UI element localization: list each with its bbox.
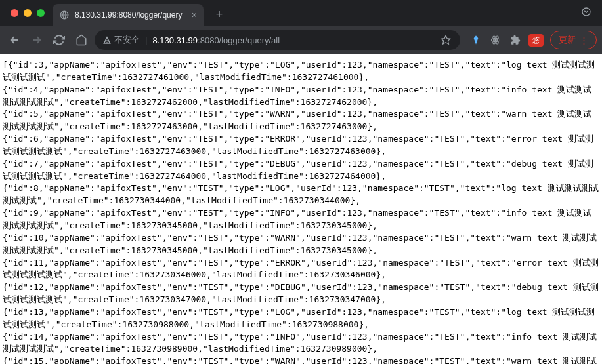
- insecure-icon: 不安全: [102, 34, 140, 46]
- url-text: 8.130.31.99:8080/logger/query/all: [152, 35, 280, 45]
- address-bar[interactable]: 不安全 | 8.130.31.99:8080/logger/query/all: [95, 30, 460, 50]
- update-button[interactable]: 更新 ⋮: [550, 31, 597, 49]
- back-button[interactable]: [5, 31, 24, 49]
- diamond-icon[interactable]: [469, 33, 483, 47]
- react-devtools-icon[interactable]: [489, 33, 502, 47]
- svg-marker-2: [441, 35, 450, 44]
- browser-chrome: 8.130.31.99:8080/logger/query × + 不安全 |: [0, 0, 602, 54]
- svg-point-1: [582, 8, 590, 16]
- forward-button[interactable]: [28, 31, 46, 49]
- minimize-window-button[interactable]: [24, 9, 32, 17]
- close-window-button[interactable]: [11, 9, 18, 17]
- star-icon[interactable]: [439, 33, 452, 47]
- home-button[interactable]: [72, 31, 91, 49]
- page-content: [{"id":3,"appName":"apifoxTest","env":"T…: [0, 54, 602, 364]
- more-icon: ⋮: [580, 35, 588, 45]
- tab-bar: 8.130.31.99:8080/logger/query × +: [0, 0, 602, 26]
- new-tab-button[interactable]: +: [210, 5, 228, 24]
- extensions-icon[interactable]: [509, 33, 522, 47]
- reload-button[interactable]: [50, 31, 68, 49]
- window-controls: [11, 9, 45, 17]
- globe-icon: [59, 10, 70, 20]
- insecure-label: 不安全: [114, 34, 140, 46]
- toolbar: 不安全 | 8.130.31.99:8080/logger/query/all …: [0, 26, 602, 54]
- svg-point-3: [495, 39, 497, 41]
- toolbar-right: 悠 更新 ⋮: [469, 31, 597, 49]
- profile-badge[interactable]: 悠: [528, 34, 544, 47]
- maximize-window-button[interactable]: [37, 9, 45, 17]
- tab-overflow-button[interactable]: [581, 7, 591, 20]
- browser-tab[interactable]: 8.130.31.99:8080/logger/query ×: [53, 4, 204, 26]
- close-tab-button[interactable]: ×: [192, 10, 197, 20]
- tab-title: 8.130.31.99:8080/logger/query: [75, 10, 186, 20]
